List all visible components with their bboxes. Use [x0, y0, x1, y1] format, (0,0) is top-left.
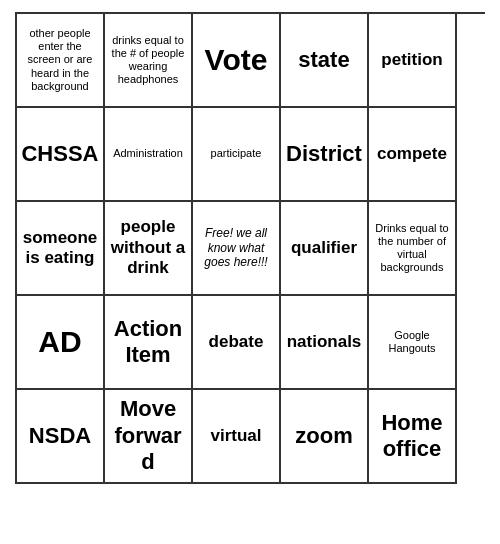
bingo-cell-23: zoom [281, 390, 369, 484]
bingo-cell-0: other people enter the screen or are hea… [17, 14, 105, 108]
bingo-cell-12: Free! we all know what goes here!!! [193, 202, 281, 296]
bingo-cell-4: petition [369, 14, 457, 108]
bingo-cell-8: District [281, 108, 369, 202]
bingo-cell-16: Action Item [105, 296, 193, 390]
bingo-cell-9: compete [369, 108, 457, 202]
bingo-title [15, 0, 485, 12]
bingo-cell-20: NSDA [17, 390, 105, 484]
bingo-grid: other people enter the screen or are hea… [15, 12, 485, 484]
bingo-cell-10: someone is eating [17, 202, 105, 296]
bingo-cell-19: Google Hangouts [369, 296, 457, 390]
bingo-cell-3: state [281, 14, 369, 108]
bingo-cell-18: nationals [281, 296, 369, 390]
bingo-cell-14: Drinks equal to the number of virtual ba… [369, 202, 457, 296]
bingo-cell-2: Vote [193, 14, 281, 108]
bingo-cell-15: AD [17, 296, 105, 390]
bingo-cell-11: people without a drink [105, 202, 193, 296]
bingo-cell-17: debate [193, 296, 281, 390]
bingo-cell-13: qualifier [281, 202, 369, 296]
bingo-cell-5: CHSSA [17, 108, 105, 202]
bingo-cell-21: Move forward [105, 390, 193, 484]
bingo-cell-7: participate [193, 108, 281, 202]
bingo-cell-22: virtual [193, 390, 281, 484]
bingo-cell-1: drinks equal to the # of people wearing … [105, 14, 193, 108]
bingo-cell-6: Administration [105, 108, 193, 202]
bingo-cell-24: Home office [369, 390, 457, 484]
